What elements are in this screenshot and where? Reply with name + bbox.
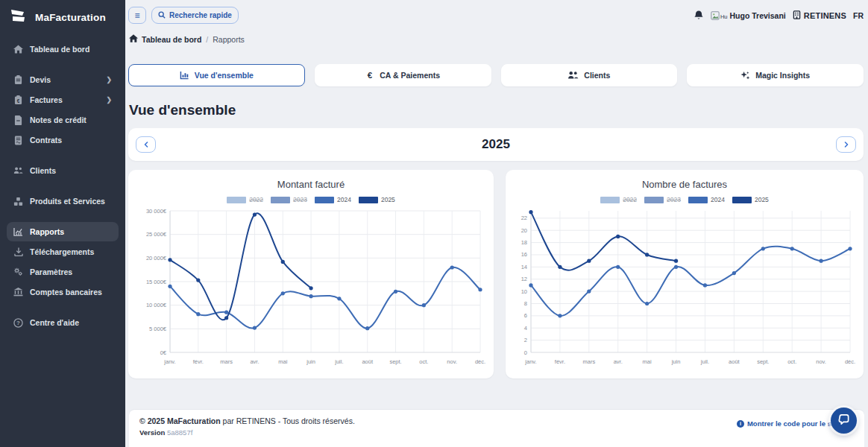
- settings-icon: [13, 267, 23, 277]
- tab-vue-d-ensemble[interactable]: Vue d'ensemble: [128, 64, 305, 86]
- search-input[interactable]: Recherche rapide: [151, 7, 239, 24]
- svg-text:nov.: nov.: [816, 358, 826, 365]
- app-logo[interactable]: MaFacturation: [0, 0, 125, 36]
- svg-text:0€: 0€: [160, 349, 167, 356]
- chart-card-nombre-factures: Nombre de factures 2022202320242025 janv…: [506, 170, 864, 378]
- svg-text:5 000€: 5 000€: [149, 326, 167, 332]
- svg-text:10 000€: 10 000€: [146, 302, 167, 308]
- sidebar-item-telechargements[interactable]: Téléchargements: [7, 242, 119, 261]
- chart-card-montant-facture: Montant facturé 2022202320242025 janv.fé…: [128, 170, 494, 378]
- svg-text:20: 20: [521, 227, 527, 234]
- contract-icon: [13, 136, 23, 145]
- sidebar-item-rapports[interactable]: Rapports: [7, 222, 119, 241]
- broken-avatar-icon: Hu: [711, 11, 728, 20]
- breadcrumb: Tableau de bord / Rapports: [125, 28, 868, 44]
- app-logo-icon: [9, 8, 28, 26]
- svg-text:12: 12: [521, 276, 527, 282]
- sparkles-icon: [740, 71, 750, 80]
- svg-text:août: août: [362, 358, 374, 365]
- sidebar-item-factures[interactable]: €Factures❯: [7, 90, 119, 110]
- legend-item-2024[interactable]: 2024: [315, 196, 351, 203]
- svg-text:15 000€: 15 000€: [146, 279, 167, 285]
- sidebar-item-produits-et-services[interactable]: Produits et Services: [7, 191, 119, 211]
- sidebar-item-label: Rapports: [30, 227, 112, 236]
- sidebar-item-label: Tableau de bord: [30, 45, 112, 54]
- legend-item-2022[interactable]: 2022: [600, 196, 637, 203]
- sidebar-toggle-button[interactable]: ≡: [128, 7, 146, 24]
- breadcrumb-home-link[interactable]: Tableau de bord: [129, 34, 201, 44]
- reports-icon: [13, 227, 23, 237]
- sidebar-item-notes-de-credit[interactable]: Notes de crédit: [7, 110, 119, 130]
- svg-text:oct.: oct.: [419, 358, 428, 365]
- products-icon: [13, 197, 23, 206]
- svg-text:juin: juin: [306, 358, 315, 365]
- avatar-alt-text: Hu: [720, 13, 728, 20]
- sidebar-item-tableau-de-bord[interactable]: Tableau de bord: [7, 39, 119, 59]
- footer: © 2025 MaFacturation par RETINENS - Tous…: [129, 409, 864, 447]
- notifications-bell-icon[interactable]: [694, 10, 704, 21]
- sidebar-item-label: Factures: [30, 95, 106, 104]
- chart-title: Nombre de factures: [512, 179, 858, 190]
- sidebar-item-label: Produits et Services: [30, 197, 112, 206]
- home-icon: [13, 45, 23, 54]
- sidebar-item-devis[interactable]: Devis❯: [7, 70, 119, 89]
- svg-text:févr.: févr.: [555, 358, 565, 365]
- legend-swatch: [227, 197, 246, 203]
- legend-item-2025[interactable]: 2025: [732, 196, 769, 203]
- svg-text:6: 6: [524, 312, 527, 319]
- quote-icon: [13, 75, 23, 85]
- support-chat-button[interactable]: [831, 408, 857, 434]
- legend-swatch: [644, 197, 664, 203]
- svg-text:20 000€: 20 000€: [146, 255, 167, 261]
- language-switcher[interactable]: FR: [853, 11, 864, 20]
- svg-text:22: 22: [521, 215, 527, 221]
- charts-row: Montant facturé 2022202320242025 janv.fé…: [128, 170, 864, 378]
- chart-legend: 2022202320242025: [134, 196, 488, 203]
- line-chart-nombre-factures: janv.févr.marsavr.maijuinjuil.aoûtsept.o…: [512, 205, 858, 370]
- overview-chart-icon: [180, 71, 189, 80]
- svg-text:25 000€: 25 000€: [146, 231, 167, 238]
- user-menu[interactable]: Hu Hugo Trevisani: [711, 11, 786, 20]
- legend-item-2025[interactable]: 2025: [359, 196, 395, 203]
- legend-item-2023[interactable]: 2023: [271, 196, 307, 203]
- svg-text:juil.: juil.: [700, 358, 709, 365]
- sidebar-item-contrats[interactable]: Contrats: [7, 130, 119, 150]
- breadcrumb-current[interactable]: Rapports: [213, 35, 245, 44]
- report-tabs: Vue d'ensemble€CA & PaiementsClientsMagi…: [128, 64, 864, 86]
- next-year-button[interactable]: [836, 136, 856, 153]
- tab-magic-insights[interactable]: Magic Insights: [687, 64, 864, 86]
- tab-ca-paiements[interactable]: €CA & Paiements: [315, 64, 491, 86]
- svg-text:14: 14: [521, 264, 527, 270]
- version-value: 5a8857f: [167, 428, 192, 437]
- main-area: ≡ Recherche rapide Hu Hugo Trevisani: [125, 0, 868, 447]
- legend-item-2024[interactable]: 2024: [688, 196, 725, 203]
- company-switcher[interactable]: RETINENS: [793, 9, 846, 22]
- svg-text:déc.: déc.: [845, 358, 855, 365]
- sidebar-item-label: Téléchargements: [30, 247, 112, 256]
- legend-item-2022[interactable]: 2022: [227, 196, 263, 203]
- svg-text:mai: mai: [278, 358, 287, 365]
- invoice-icon: €: [13, 95, 23, 105]
- chart-title: Montant facturé: [134, 179, 488, 190]
- svg-text:août: août: [729, 358, 740, 365]
- svg-text:avr.: avr.: [614, 358, 623, 365]
- chart-legend: 2022202320242025: [512, 196, 858, 203]
- sidebar-item-label: Devis: [30, 75, 106, 84]
- legend-swatch: [359, 197, 378, 203]
- sidebar-item-clients[interactable]: Clients: [7, 161, 119, 180]
- legend-item-2023[interactable]: 2023: [644, 196, 681, 203]
- sidebar-item-label: Paramètres: [30, 267, 112, 276]
- previous-year-button[interactable]: [136, 136, 156, 153]
- sidebar-item-comptes-bancaires[interactable]: Comptes bancaires: [7, 282, 119, 302]
- sidebar-item-centre-d-aide[interactable]: ?Centre d'aide: [7, 313, 119, 332]
- svg-text:8: 8: [524, 300, 527, 307]
- svg-text:€: €: [17, 98, 20, 103]
- sidebar-nav: Tableau de bordDevis❯€Factures❯Notes de …: [0, 36, 125, 447]
- svg-text:10: 10: [521, 288, 527, 295]
- sidebar-item-parametres[interactable]: Paramètres: [7, 262, 119, 282]
- euro-icon: €: [365, 71, 374, 80]
- sidebar-item-label: Contrats: [30, 136, 112, 145]
- building-icon: [793, 9, 801, 22]
- sidebar-item-label: Notes de crédit: [30, 115, 112, 124]
- tab-clients[interactable]: Clients: [501, 64, 678, 86]
